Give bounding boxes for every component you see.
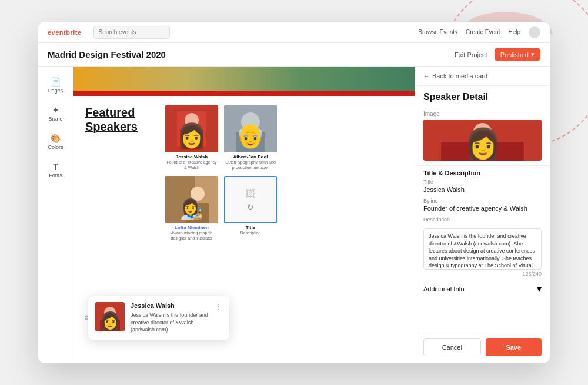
panel-footer: Cancel Save (415, 331, 550, 363)
left-sidebar: 📄 Pages ✦ Brand 🎨 Colors T Fonts (38, 67, 74, 363)
speaker-card-jessica[interactable]: Jessica Walsh Founder of creative agency… (165, 105, 218, 170)
speakers-grid: Jessica Walsh Founder of creative agency… (165, 105, 277, 241)
save-button[interactable]: Save (486, 338, 542, 356)
browse-events-link[interactable]: Browse Events (418, 29, 457, 35)
pages-label: Pages (48, 88, 64, 94)
sidebar-item-colors[interactable]: 🎨 Colors (41, 129, 71, 155)
empty-description: Description (240, 230, 260, 235)
published-label: Published (500, 51, 529, 58)
title-field-label: Title (423, 179, 542, 185)
brand-label: Brand (48, 116, 62, 122)
panel-title: Speaker Detail (415, 86, 550, 106)
back-link-label: Back to media card (432, 72, 487, 79)
sidebar-item-fonts[interactable]: T Fonts (41, 157, 71, 183)
back-link[interactable]: ← Back to media card (415, 67, 550, 86)
eventbrite-logo: eventbrite (48, 29, 82, 36)
pages-icon: 📄 (51, 77, 61, 87)
nav-links: Browse Events Create Event Help (418, 26, 540, 38)
cancel-button[interactable]: Cancel (423, 338, 481, 356)
description-field-label: Description (423, 217, 542, 223)
empty-title: Title (246, 225, 255, 230)
colors-icon: 🎨 (51, 134, 61, 143)
speaker-card-albert[interactable]: Albert-Jan Pool Dutch typography artist … (224, 105, 277, 170)
image-section-label: Image (415, 106, 550, 120)
additional-info-label: Additional Info (423, 286, 465, 293)
resize-handle[interactable]: ⇕ (83, 314, 89, 322)
additional-info-section[interactable]: Additional Info ▾ (415, 278, 550, 299)
create-event-link[interactable]: Create Event (466, 29, 500, 35)
page-header-image (74, 67, 415, 96)
panel-speaker-image (423, 120, 542, 161)
project-actions: Exit Project Published ▾ (455, 48, 540, 61)
svg-rect-6 (236, 132, 265, 152)
jessica-bio: Founder of creative agency & Walsh (165, 160, 218, 170)
lotta-image (165, 176, 218, 223)
svg-rect-13 (100, 320, 120, 331)
canvas-area: Featured Speakers (74, 67, 415, 363)
featured-title: Featured Speakers (85, 105, 156, 241)
svg-rect-11 (95, 302, 125, 331)
top-nav: eventbrite Browse Events Create Event He… (38, 22, 550, 43)
albert-name: Albert-Jan Pool (233, 154, 268, 160)
jessica-image (165, 105, 218, 152)
fonts-label: Fonts (49, 172, 62, 178)
svg-point-2 (185, 113, 199, 127)
project-title: Madrid Design Festival 2020 (48, 49, 166, 59)
exit-project-button[interactable]: Exit Project (455, 51, 487, 58)
empty-image: 🖼 ↻ (224, 176, 277, 223)
hover-card: ⇕ Jessica Walsh Jessica Walsh is the fou… (88, 296, 229, 340)
hover-card-image (95, 302, 125, 331)
sidebar-item-brand[interactable]: ✦ Brand (41, 101, 71, 127)
svg-point-5 (241, 112, 260, 131)
hover-card-content: Jessica Walsh Jessica Walsh is the found… (131, 302, 208, 334)
byline-field-value[interactable]: Founder of creative agency & Walsh (423, 205, 542, 212)
svg-point-12 (104, 307, 116, 318)
albert-image (224, 105, 277, 152)
svg-point-15 (473, 123, 492, 142)
hover-card-menu-icon[interactable]: ⋮ (214, 302, 222, 311)
title-field-value[interactable]: Jessica Walsh (423, 186, 542, 193)
char-count: 125/240 (415, 270, 550, 278)
byline-field-group: Byline Founder of creative agency & Wals… (415, 198, 550, 212)
back-arrow-icon: ← (423, 72, 430, 79)
help-link[interactable]: Help (508, 29, 520, 35)
svg-rect-16 (441, 142, 524, 161)
speaker-card-empty[interactable]: 🖼 ↻ Title Description (224, 176, 277, 241)
user-avatar[interactable] (529, 26, 540, 38)
svg-rect-3 (180, 129, 203, 150)
brand-icon: ✦ (52, 105, 59, 115)
hover-card-name: Jessica Walsh (131, 302, 208, 309)
svg-point-9 (191, 187, 205, 201)
albert-bio: Dutch typography artist and production m… (224, 160, 277, 170)
colors-label: Colors (48, 144, 63, 150)
title-desc-section-label: Title & Description (415, 165, 550, 179)
byline-field-label: Byline (423, 198, 542, 204)
fonts-icon: T (53, 162, 58, 171)
published-button[interactable]: Published ▾ (495, 48, 540, 61)
speaker-card-lotta[interactable]: Lotta Nieminen Award-winning graphic des… (165, 176, 218, 241)
main-content: 📄 Pages ✦ Brand 🎨 Colors T Fonts (38, 67, 550, 363)
additional-info-chevron: ▾ (537, 283, 542, 294)
description-field-group: Description (415, 217, 550, 224)
featured-section: Featured Speakers (74, 96, 415, 250)
svg-rect-8 (165, 176, 195, 223)
svg-rect-10 (186, 203, 209, 223)
description-textarea[interactable]: Jessica Walsh is the founder and creativ… (423, 228, 542, 270)
jessica-name: Jessica Walsh (176, 154, 208, 160)
featured-speakers-heading: Featured Speakers (85, 105, 156, 134)
lotta-name: Lotta Nieminen (175, 225, 209, 230)
chevron-down-icon: ▾ (531, 51, 534, 58)
hover-card-desc: Jessica Walsh is the founder and creativ… (131, 311, 208, 334)
app-window: eventbrite Browse Events Create Event He… (38, 22, 550, 363)
project-bar: Madrid Design Festival 2020 Exit Project… (38, 43, 550, 67)
right-panel: ← Back to media card Speaker Detail Imag… (415, 67, 550, 363)
cursor-placeholder-icon: ↻ (247, 203, 254, 212)
search-input[interactable] (93, 26, 170, 39)
image-placeholder-icon: 🖼 (245, 188, 256, 200)
sidebar-item-pages[interactable]: 📄 Pages (41, 72, 71, 98)
lotta-bio: Award-winning graphic designer and illus… (165, 230, 218, 241)
title-field-group: Title Jessica Walsh (415, 179, 550, 193)
